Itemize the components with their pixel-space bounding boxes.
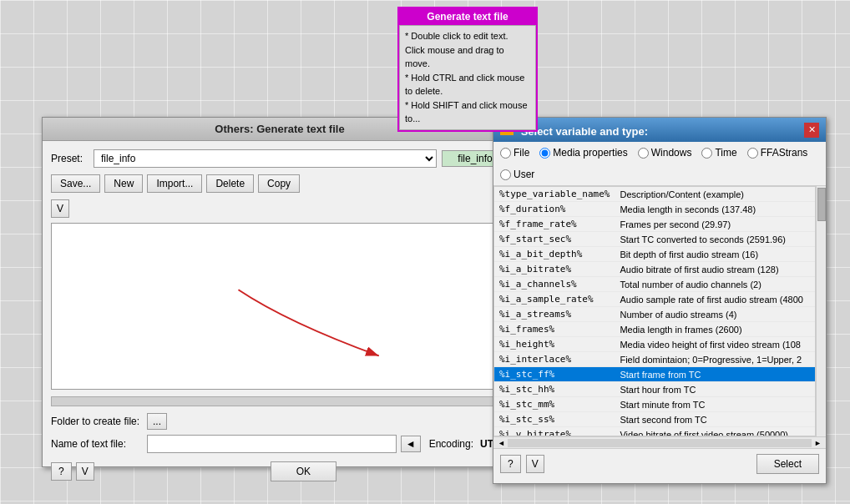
radio-windows[interactable]: Windows <box>638 147 692 159</box>
folder-row: Folder to create file: ... <box>51 413 508 430</box>
table-row[interactable]: %i_a_bit_depth% Bit depth of first audio… <box>494 247 815 262</box>
bottom-row: ? V OK <box>51 461 508 481</box>
h-scroll-right[interactable]: ► <box>812 439 824 447</box>
close-button[interactable]: ✕ <box>804 123 819 138</box>
v-button-bottom[interactable]: V <box>76 462 94 481</box>
select-dialog: Select variable and type: ✕ File Media p… <box>493 117 827 484</box>
preset-select[interactable]: file_info <box>94 149 437 168</box>
select-help-button[interactable]: ? <box>500 455 521 473</box>
v-button-top[interactable]: V <box>51 199 69 218</box>
table-row[interactable]: %i_height% Media video height of first v… <box>494 337 815 352</box>
var-name: %i_a_streams% <box>494 307 615 322</box>
table-row[interactable]: %i_stc_ss% Start second from TC <box>494 412 815 427</box>
encoding-label: Encoding: <box>429 438 473 450</box>
var-name: %f_frame_rate% <box>494 217 615 232</box>
var-table-container[interactable]: %type_variable_name% Description/Content… <box>493 186 816 436</box>
new-button[interactable]: New <box>104 174 143 193</box>
table-row[interactable]: %i_v_bitrate% Video bitrate of first vid… <box>494 427 815 437</box>
radio-media[interactable]: Media properties <box>539 147 627 159</box>
var-desc: Bit depth of first audio stream (16) <box>615 247 815 262</box>
var-table: %type_variable_name% Description/Content… <box>494 187 815 436</box>
table-row[interactable]: %type_variable_name% Description/Content… <box>494 187 815 202</box>
tooltip-line-1: * Double click to edit text. <box>405 29 530 43</box>
scrollbar-thumb[interactable] <box>817 188 826 221</box>
name-label: Name of text file: <box>51 438 143 450</box>
var-desc: Field domintaion; 0=Progressive, 1=Upper… <box>615 352 815 367</box>
var-desc: Media video height of first video stream… <box>615 337 815 352</box>
folder-browse-button[interactable]: ... <box>147 413 167 430</box>
var-name: %f_start_sec% <box>494 232 615 247</box>
var-desc: Start hour from TC <box>615 382 815 397</box>
tooltip-title: Generate text file <box>399 8 536 25</box>
var-name: %i_stc_ff% <box>494 367 615 382</box>
select-dialog-title: Select variable and type: <box>521 125 648 138</box>
radio-time-input[interactable] <box>701 148 712 159</box>
var-name: %i_a_channels% <box>494 277 615 292</box>
var-desc: Start second from TC <box>615 412 815 427</box>
table-row[interactable]: %i_frames% Media length in frames (2600) <box>494 322 815 337</box>
import-button[interactable]: Import... <box>147 174 202 193</box>
select-dialog-bottom: ? V Select <box>493 448 826 479</box>
tooltip-line-2: Click mouse and drag to move. <box>405 43 530 71</box>
table-row[interactable]: %f_frame_rate% Frames per second (29.97) <box>494 217 815 232</box>
copy-button[interactable]: Copy <box>258 174 300 193</box>
table-row[interactable]: %f_duration% Media length in seconds (13… <box>494 202 815 217</box>
radio-user[interactable]: User <box>500 169 534 180</box>
table-row[interactable]: %f_start_sec% Start TC converted to seco… <box>494 232 815 247</box>
radio-time[interactable]: Time <box>701 147 736 159</box>
radio-file-input[interactable] <box>500 148 511 159</box>
name-row: Name of text file: ◄ Encoding: UTF-8 <box>51 435 508 453</box>
var-name: %i_height% <box>494 337 615 352</box>
var-name: %i_interlace% <box>494 352 615 367</box>
var-name: %f_duration% <box>494 202 615 217</box>
var-scrollbar[interactable] <box>816 186 826 436</box>
table-row[interactable]: %i_a_bitrate% Audio bitrate of first aud… <box>494 262 815 277</box>
radio-ffastrans[interactable]: FFAStrans <box>747 147 808 159</box>
var-desc: Video bitrate of first video stream (500… <box>615 427 815 437</box>
select-dialog-titlebar: Select variable and type: ✕ <box>493 118 826 142</box>
var-desc: Frames per second (29.97) <box>615 217 815 232</box>
var-name: %type_variable_name% <box>494 187 615 202</box>
var-table-wrapper: %type_variable_name% Description/Content… <box>493 186 826 436</box>
tooltip-line-3: * Hold CTRL and click mouse to delete. <box>405 71 530 98</box>
radio-time-label: Time <box>715 147 736 159</box>
var-name: %i_frames% <box>494 322 615 337</box>
select-button[interactable]: Select <box>756 454 819 474</box>
radio-ffastrans-input[interactable] <box>747 148 758 159</box>
var-desc: Start TC converted to seconds (2591.96) <box>615 232 815 247</box>
toolbar-row: Save... New Import... Delete Copy <box>51 174 508 193</box>
var-name: %i_a_bit_depth% <box>494 247 615 262</box>
table-row[interactable]: %i_stc_hh% Start hour from TC <box>494 382 815 397</box>
h-scroll-track[interactable] <box>508 439 812 447</box>
radio-file[interactable]: File <box>500 147 529 159</box>
delete-button[interactable]: Delete <box>206 174 254 193</box>
main-text-area <box>51 223 508 390</box>
radio-media-input[interactable] <box>539 148 550 159</box>
radio-ffastrans-label: FFAStrans <box>761 147 808 159</box>
radio-windows-label: Windows <box>651 147 692 159</box>
h-scroll-row[interactable]: ◄ ► <box>493 436 826 448</box>
help-button[interactable]: ? <box>51 462 72 481</box>
table-row[interactable]: %i_stc_mm% Start minute from TC <box>494 397 815 412</box>
tooltip-body: * Double click to edit text. Click mouse… <box>399 25 536 130</box>
select-v-button[interactable]: V <box>526 455 544 473</box>
name-input[interactable] <box>147 435 397 453</box>
main-dialog: Others: Generate text file Preset: file_… <box>42 117 518 467</box>
radio-user-label: User <box>514 169 534 180</box>
var-desc: Audio bitrate of first audio stream (128… <box>615 262 815 277</box>
save-button[interactable]: Save... <box>51 174 100 193</box>
radio-media-label: Media properties <box>553 147 627 159</box>
table-row[interactable]: %i_stc_ff% Start frame from TC <box>494 367 815 382</box>
name-arrow-button[interactable]: ◄ <box>401 436 421 452</box>
table-row[interactable]: %i_interlace% Field domintaion; 0=Progre… <box>494 352 815 367</box>
table-row[interactable]: %i_a_sample_rate% Audio sample rate of f… <box>494 292 815 307</box>
ok-button[interactable]: OK <box>271 461 336 481</box>
radio-user-input[interactable] <box>500 169 511 180</box>
table-row[interactable]: %i_a_streams% Number of audio streams (4… <box>494 307 815 322</box>
h-scrollbar[interactable] <box>51 396 508 406</box>
generate-tooltip: Generate text file * Double click to edi… <box>397 7 538 132</box>
h-scroll-left[interactable]: ◄ <box>495 439 508 447</box>
folder-label: Folder to create file: <box>51 416 143 427</box>
radio-windows-input[interactable] <box>638 148 649 159</box>
table-row[interactable]: %i_a_channels% Total number of audio cha… <box>494 277 815 292</box>
